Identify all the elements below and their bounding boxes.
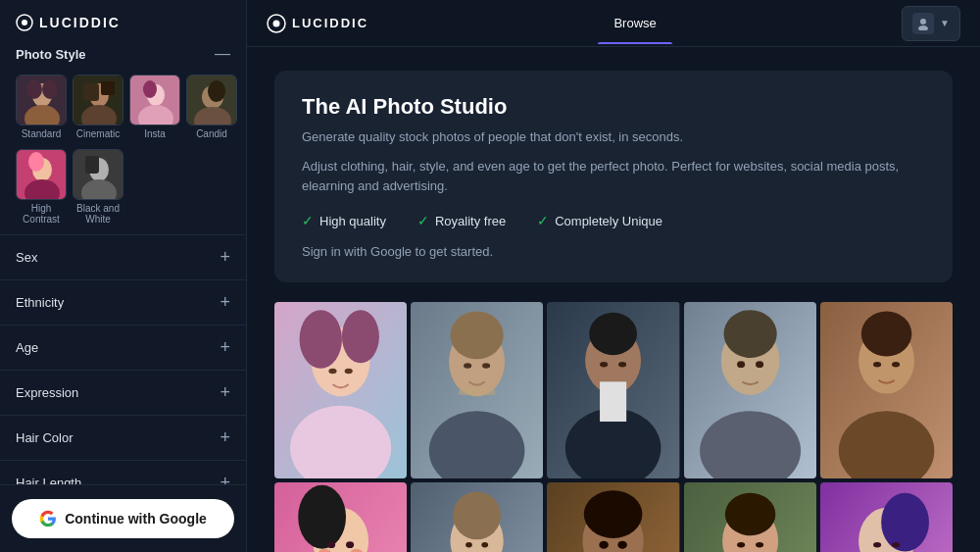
filter-item-hair-length[interactable]: Hair Length + [0, 461, 246, 484]
filter-expand-hair-color[interactable]: + [220, 427, 230, 448]
style-thumb-insta [129, 75, 180, 125]
svg-point-56 [723, 310, 776, 358]
filter-label-expression: Expression [16, 385, 78, 400]
style-item-insta[interactable]: Insta [129, 75, 180, 139]
nav-tabs: Browse [598, 2, 671, 44]
style-item-high-contrast[interactable]: High Contrast [16, 149, 67, 225]
style-thumb-bw [73, 149, 123, 200]
filter-item-ethnicity[interactable]: Ethnicity + [0, 280, 246, 326]
style-name-standard: Standard [22, 128, 62, 139]
photo-cell-4[interactable] [684, 302, 816, 478]
svg-point-23 [28, 152, 44, 172]
photo-cell-2[interactable] [411, 302, 543, 478]
photo-cell-8[interactable] [547, 482, 679, 552]
svg-point-70 [346, 542, 354, 549]
feature-label-2: Royality free [435, 214, 506, 228]
photo-cell-5[interactable] [820, 302, 953, 478]
svg-point-84 [618, 541, 627, 549]
photo-cell-3[interactable] [547, 302, 679, 478]
style-item-cinematic[interactable]: Cinematic [73, 75, 123, 139]
filter-label-hair-length: Hair Length [16, 476, 81, 484]
filter-expand-sex[interactable]: + [220, 247, 230, 268]
photo-cell-1[interactable] [274, 302, 407, 478]
filter-expand-ethnicity[interactable]: + [220, 292, 230, 313]
svg-rect-45 [459, 390, 496, 395]
filter-label-ethnicity: Ethnicity [16, 295, 64, 310]
photo-style-label: Photo Style [16, 47, 86, 62]
filter-label-age: Age [16, 340, 38, 355]
svg-point-58 [756, 361, 763, 368]
user-menu-button[interactable]: ▼ [902, 6, 960, 41]
style-grid-row2: High Contrast Black and White [16, 149, 230, 225]
style-item-candid[interactable]: Candid [186, 75, 237, 139]
svg-point-31 [918, 25, 928, 30]
hero-title: The AI Photo Studio [302, 94, 925, 120]
content-area: The AI Photo Studio Generate quality sto… [247, 47, 980, 552]
features-row: ✓ High quality ✓ Royality free ✓ Complet… [302, 213, 925, 228]
style-name-bw: Black and White [73, 203, 123, 225]
photo-cell-6[interactable] [274, 482, 407, 552]
filter-expand-age[interactable]: + [220, 337, 230, 358]
photo-grid [274, 302, 953, 552]
svg-point-83 [600, 541, 609, 549]
svg-point-15 [143, 80, 157, 98]
svg-point-5 [26, 79, 42, 99]
topnav: LUCIDDIC Browse ▼ [247, 0, 980, 47]
svg-rect-10 [83, 83, 99, 101]
svg-point-64 [892, 362, 900, 367]
filter-item-expression[interactable]: Expression + [0, 371, 246, 416]
style-name-high-contrast: High Contrast [16, 203, 67, 225]
style-thumb-standard [16, 75, 67, 125]
svg-point-38 [345, 369, 353, 374]
photo-cell-7[interactable] [411, 482, 543, 552]
svg-point-49 [590, 313, 638, 355]
svg-point-90 [737, 542, 745, 547]
svg-point-19 [208, 80, 225, 102]
svg-point-52 [618, 362, 626, 367]
style-item-bw[interactable]: Black and White [73, 149, 123, 225]
svg-point-43 [464, 363, 471, 368]
photo-cell-9[interactable] [684, 482, 816, 552]
feature-unique: ✓ Completely Unique [537, 213, 662, 228]
tab-browse[interactable]: Browse [598, 2, 671, 44]
svg-point-36 [342, 310, 379, 363]
check-icon-1: ✓ [302, 213, 314, 228]
style-name-candid: Candid [196, 128, 227, 139]
feature-royalty-free: ✓ Royality free [417, 213, 506, 228]
svg-rect-27 [85, 156, 99, 174]
filter-item-age[interactable]: Age + [0, 326, 246, 371]
svg-point-78 [482, 542, 489, 547]
user-avatar [912, 13, 934, 34]
collapse-icon[interactable]: — [215, 45, 230, 63]
svg-point-68 [298, 485, 346, 549]
svg-point-42 [451, 312, 504, 360]
photo-style-header: Photo Style — [16, 45, 230, 63]
svg-point-30 [920, 19, 926, 25]
feature-label-1: High quality [319, 214, 386, 228]
svg-point-69 [327, 542, 335, 549]
check-icon-2: ✓ [417, 213, 429, 228]
photo-cell-10[interactable] [820, 482, 953, 552]
filter-expand-hair-length[interactable]: + [220, 473, 230, 484]
filter-expand-expression[interactable]: + [220, 382, 230, 403]
hero-subtitle: Generate quality stock photos of people … [302, 127, 925, 147]
continue-with-google-button[interactable]: Continue with Google [12, 499, 234, 538]
svg-point-1 [22, 20, 27, 25]
style-thumb-high-contrast [16, 149, 67, 200]
svg-point-82 [584, 490, 643, 538]
style-grid-row1: Standard Cinematic [16, 75, 230, 139]
style-thumb-candid [186, 75, 237, 125]
svg-point-96 [873, 542, 881, 547]
sign-in-cta: Sign in with Google to get started. [302, 244, 925, 259]
style-thumb-cinematic [73, 75, 123, 125]
filter-item-sex[interactable]: Sex + [0, 235, 246, 280]
svg-point-97 [892, 542, 900, 547]
svg-point-62 [861, 312, 912, 357]
filter-item-hair-color[interactable]: Hair Color + [0, 416, 246, 461]
style-item-standard[interactable]: Standard [16, 75, 67, 139]
google-icon [39, 510, 57, 527]
svg-point-63 [873, 362, 881, 367]
svg-point-44 [482, 363, 490, 368]
google-btn-wrap: Continue with Google [0, 484, 246, 552]
nav-logo-text: LUCIDDIC [292, 16, 368, 30]
